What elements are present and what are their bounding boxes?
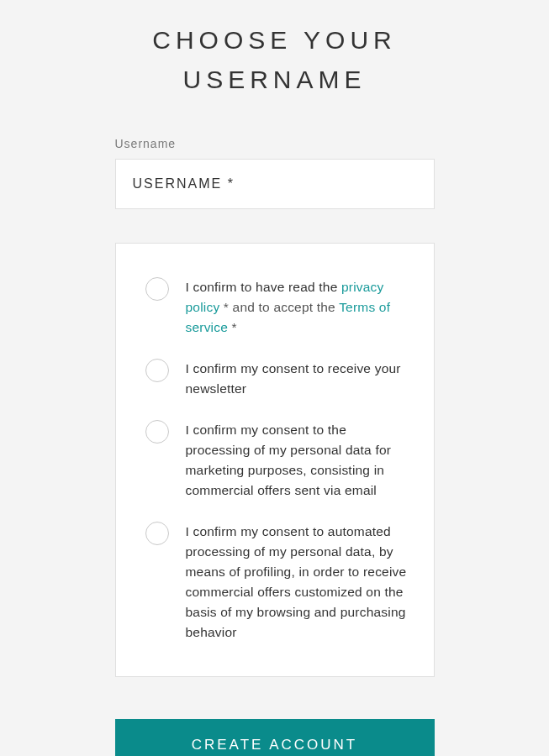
checkbox-marketing[interactable] xyxy=(145,420,169,444)
consent-row-marketing: I confirm my consent to the processing o… xyxy=(145,420,409,501)
registration-form-container: CHOOSE YOUR USERNAME Username I confirm … xyxy=(115,21,435,756)
create-account-button[interactable]: CREATE ACCOUNT xyxy=(115,719,435,756)
consent-row-newsletter: I confirm my consent to receive your new… xyxy=(145,359,409,399)
checkbox-newsletter[interactable] xyxy=(145,359,169,382)
privacy-mid: * and to accept the xyxy=(224,300,339,314)
username-label: Username xyxy=(115,137,435,150)
privacy-prefix: I confirm to have read the xyxy=(186,280,341,294)
consent-row-profiling: I confirm my consent to automated proces… xyxy=(145,522,409,643)
consent-row-privacy: I confirm to have read the privacy polic… xyxy=(145,277,409,338)
page-title: CHOOSE YOUR USERNAME xyxy=(115,21,435,99)
consent-text-profiling: I confirm my consent to automated proces… xyxy=(186,522,409,643)
privacy-suffix: * xyxy=(232,320,237,334)
consent-text-newsletter: I confirm my consent to receive your new… xyxy=(186,359,409,399)
checkbox-profiling[interactable] xyxy=(145,522,169,545)
username-input[interactable] xyxy=(115,159,435,209)
consent-panel: I confirm to have read the privacy polic… xyxy=(115,243,435,677)
consent-text-marketing: I confirm my consent to the processing o… xyxy=(186,420,409,501)
checkbox-privacy[interactable] xyxy=(145,277,169,301)
consent-text-privacy: I confirm to have read the privacy polic… xyxy=(186,277,409,338)
